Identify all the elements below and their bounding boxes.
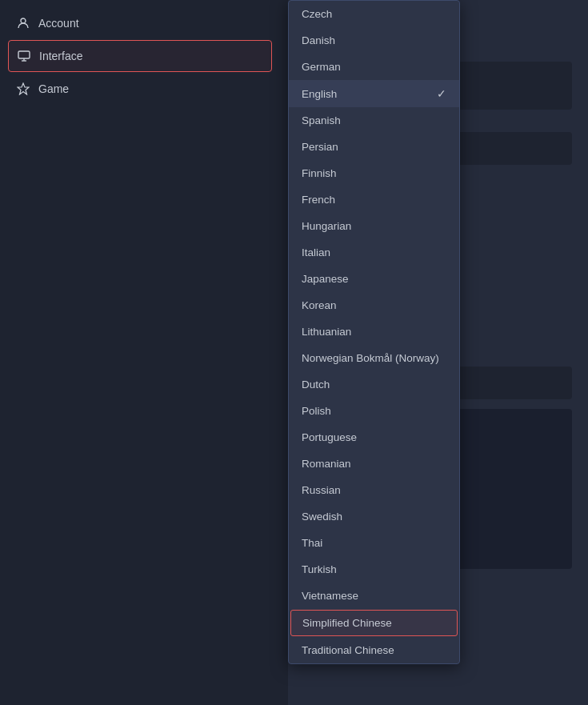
account-icon bbox=[16, 16, 30, 30]
dropdown-item-czech[interactable]: Czech bbox=[289, 1, 459, 27]
dropdown-item-lithuanian[interactable]: Lithuanian bbox=[289, 318, 459, 345]
dropdown-item-turkish[interactable]: Turkish bbox=[289, 556, 459, 583]
sidebar: Account Interface Game bbox=[0, 0, 280, 705]
sidebar-item-label: Game bbox=[38, 82, 69, 95]
dropdown-item-finnish[interactable]: Finnish bbox=[289, 160, 459, 186]
dropdown-item-thai[interactable]: Thai bbox=[289, 530, 459, 556]
dropdown-item-danish[interactable]: Danish bbox=[289, 27, 459, 54]
dropdown-item-label: Hungarian bbox=[302, 220, 351, 232]
dropdown-item-label: German bbox=[302, 61, 341, 73]
dropdown-item-label: Italian bbox=[302, 246, 330, 258]
dropdown-item-label: Portuguese bbox=[302, 431, 357, 443]
dropdown-item-persian[interactable]: Persian bbox=[289, 134, 459, 160]
dropdown-item-dutch[interactable]: Dutch bbox=[289, 371, 459, 398]
dropdown-item-label: Simplified Chinese bbox=[302, 617, 392, 629]
dropdown-item-label: Finnish bbox=[302, 167, 337, 179]
dropdown-item-label: Russian bbox=[302, 484, 341, 496]
sidebar-item-label: Interface bbox=[39, 50, 82, 62]
dropdown-item-label: Danish bbox=[302, 34, 335, 46]
dropdown-item-label: Vietnamese bbox=[302, 590, 358, 602]
dropdown-item-hungarian[interactable]: Hungarian bbox=[289, 213, 459, 239]
dropdown-item-italian[interactable]: Italian bbox=[289, 239, 459, 266]
dropdown-item-label: Polish bbox=[302, 405, 331, 417]
dropdown-item-label: Japanese bbox=[302, 273, 349, 285]
dropdown-item-swedish[interactable]: Swedish bbox=[289, 503, 459, 530]
dropdown-item-traditional-chinese[interactable]: Traditional Chinese bbox=[289, 637, 459, 663]
sidebar-item-label: Account bbox=[38, 17, 79, 30]
dropdown-item-polish[interactable]: Polish bbox=[289, 398, 459, 424]
dropdown-item-portuguese[interactable]: Portuguese bbox=[289, 424, 459, 451]
svg-marker-4 bbox=[18, 83, 29, 94]
dropdown-item-label: Lithuanian bbox=[302, 326, 351, 338]
dropdown-item-label: Czech bbox=[302, 8, 332, 20]
monitor-icon bbox=[17, 49, 31, 63]
dropdown-item-label: Thai bbox=[302, 537, 322, 549]
dropdown-item-french[interactable]: French bbox=[289, 186, 459, 213]
dropdown-item-label: Norwegian Bokmål (Norway) bbox=[302, 352, 439, 364]
game-icon bbox=[16, 82, 30, 96]
check-mark-icon: ✓ bbox=[437, 87, 446, 100]
dropdown-item-label: Romanian bbox=[302, 458, 351, 470]
dropdown-item-label: Traditional Chinese bbox=[302, 644, 394, 656]
dropdown-item-label: English bbox=[302, 88, 337, 100]
sidebar-item-account[interactable]: Account bbox=[0, 8, 280, 38]
dropdown-item-romanian[interactable]: Romanian bbox=[289, 451, 459, 477]
dropdown-item-korean[interactable]: Korean bbox=[289, 292, 459, 318]
sidebar-item-interface[interactable]: Interface bbox=[8, 40, 272, 72]
dropdown-item-english[interactable]: English✓ bbox=[289, 80, 459, 107]
dropdown-item-spanish[interactable]: Spanish bbox=[289, 107, 459, 134]
dropdown-item-label: Persian bbox=[302, 141, 338, 153]
dropdown-item-russian[interactable]: Russian bbox=[289, 477, 459, 503]
dropdown-item-label: Spanish bbox=[302, 114, 341, 126]
dropdown-item-japanese[interactable]: Japanese bbox=[289, 266, 459, 292]
language-dropdown[interactable]: CzechDanishGermanEnglish✓SpanishPersianF… bbox=[288, 0, 460, 664]
dropdown-item-label: Dutch bbox=[302, 379, 330, 391]
svg-rect-1 bbox=[18, 51, 30, 58]
svg-point-0 bbox=[21, 18, 26, 23]
dropdown-item-label: French bbox=[302, 194, 335, 206]
dropdown-item-norwegian-bokmål-(norway)[interactable]: Norwegian Bokmål (Norway) bbox=[289, 345, 459, 371]
dropdown-item-simplified-chinese[interactable]: Simplified Chinese bbox=[290, 610, 458, 636]
sidebar-item-game[interactable]: Game bbox=[0, 74, 280, 104]
dropdown-item-german[interactable]: German bbox=[289, 54, 459, 80]
dropdown-item-vietnamese[interactable]: Vietnamese bbox=[289, 583, 459, 609]
dropdown-item-label: Korean bbox=[302, 299, 337, 311]
dropdown-item-label: Turkish bbox=[302, 563, 337, 575]
dropdown-item-label: Swedish bbox=[302, 511, 342, 523]
